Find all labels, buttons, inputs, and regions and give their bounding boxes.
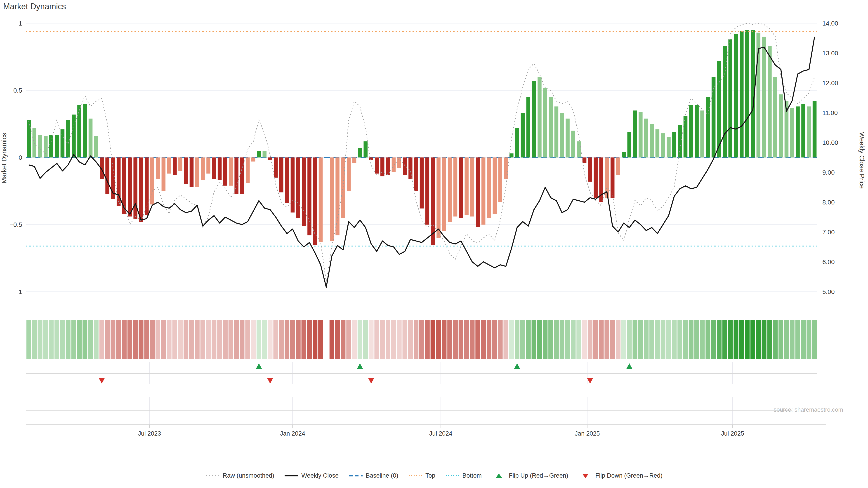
heat-cell — [756, 320, 761, 359]
heat-cell — [520, 320, 525, 359]
dynamics-bar — [408, 158, 412, 179]
dynamics-bar — [762, 37, 766, 158]
heat-cell — [419, 320, 424, 359]
heat-cell — [385, 320, 391, 359]
heat-cell — [509, 320, 514, 359]
flip-down-markers — [98, 378, 593, 384]
heat-cell — [335, 320, 340, 359]
right-tick-label: 14.00 — [822, 20, 838, 27]
heat-cell — [593, 320, 598, 359]
heat-cell — [26, 320, 31, 359]
legend-item: Bottom — [445, 472, 482, 479]
heat-cell — [560, 320, 564, 359]
dynamics-bar — [257, 151, 261, 158]
dynamics-bar — [684, 116, 688, 158]
dynamics-bar — [246, 158, 250, 183]
x-tick-label: Jul 2025 — [721, 430, 744, 437]
dynamics-bar — [571, 131, 575, 158]
dynamics-bar — [666, 137, 671, 158]
dynamics-bar — [319, 158, 323, 242]
heat-cell — [717, 320, 721, 359]
market-dynamics-dashboard: Market Dynamics Market Dynamics Weekly C… — [0, 0, 868, 488]
left-tick-label: 0 — [19, 154, 22, 161]
dynamics-bar — [263, 151, 267, 158]
dynamics-bar — [128, 158, 132, 217]
heat-cell — [116, 320, 121, 359]
heat-cell — [223, 320, 228, 359]
dynamics-bar — [549, 97, 553, 158]
dynamics-bar — [689, 105, 693, 158]
dynamics-bar — [773, 77, 777, 158]
heat-cell — [503, 320, 508, 359]
dynamics-bar — [813, 101, 817, 158]
dynamics-bar — [476, 158, 480, 227]
legend-line-sample — [445, 473, 460, 479]
heat-cell — [77, 320, 82, 359]
heat-cell — [122, 320, 127, 359]
heat-cell — [200, 320, 205, 359]
dynamics-bar — [431, 158, 435, 245]
dynamics-bar — [105, 158, 110, 194]
dynamics-bar — [515, 128, 519, 158]
dynamics-bar — [358, 148, 362, 158]
heat-cell — [677, 320, 682, 359]
dynamics-bar — [392, 158, 396, 172]
dynamics-bar — [190, 158, 194, 187]
heat-cell — [734, 320, 738, 359]
legend-item: Weekly Close — [284, 472, 339, 479]
dynamics-bar — [504, 158, 508, 179]
heat-cell — [470, 320, 474, 359]
heat-cell — [666, 320, 671, 359]
flip-down-icon — [582, 474, 589, 478]
dynamics-bar — [38, 135, 42, 158]
heat-cell — [588, 320, 592, 359]
dynamics-bar — [565, 119, 569, 158]
dynamics-bar — [291, 158, 295, 213]
heat-cell — [633, 320, 638, 359]
heat-cell — [212, 320, 216, 359]
dynamics-bar — [454, 158, 458, 217]
dynamics-bar — [279, 158, 283, 192]
heat-cell — [139, 320, 144, 359]
dynamics-bar — [526, 97, 530, 158]
heat-cell — [217, 320, 222, 359]
heat-cell — [812, 320, 817, 359]
dynamics-bar — [661, 133, 665, 158]
heat-cell — [796, 320, 800, 359]
dynamics-bar — [745, 30, 749, 158]
heat-cell — [105, 320, 110, 359]
left-tick-label: 0.5 — [13, 87, 22, 94]
heat-cell — [722, 320, 727, 359]
heat-cell — [307, 320, 312, 359]
legend-label: Raw (unsmoothed) — [223, 472, 274, 479]
heat-cell — [431, 320, 435, 359]
heat-cell — [150, 320, 155, 359]
heat-cell — [644, 320, 649, 359]
heat-strip — [26, 320, 817, 359]
legend-item: Baseline (0) — [348, 472, 398, 479]
dynamics-bar — [639, 112, 643, 158]
dynamics-bar — [426, 158, 430, 225]
heat-cell — [60, 320, 65, 359]
heat-cell — [290, 320, 295, 359]
heat-cell — [767, 320, 772, 359]
flip-up-markers — [256, 363, 632, 369]
dynamics-bar — [436, 158, 440, 238]
flip-down-icon — [587, 378, 593, 384]
heat-cell — [689, 320, 693, 359]
legend-label: Bottom — [463, 472, 482, 479]
dynamics-bar — [560, 113, 564, 158]
dynamics-bar — [403, 158, 407, 175]
heat-cell — [167, 320, 172, 359]
dynamics-bar — [644, 119, 648, 158]
legend-line-sample — [408, 473, 423, 479]
heat-cell — [447, 320, 452, 359]
heat-cell — [543, 320, 548, 359]
dynamics-bar — [307, 158, 311, 235]
dynamics-bar — [482, 158, 486, 225]
right-tick-label: 6.00 — [822, 258, 835, 265]
dynamics-bar — [594, 158, 598, 198]
heat-cell — [481, 320, 486, 359]
dynamics-bar — [723, 46, 727, 158]
dynamics-bar — [448, 158, 452, 222]
